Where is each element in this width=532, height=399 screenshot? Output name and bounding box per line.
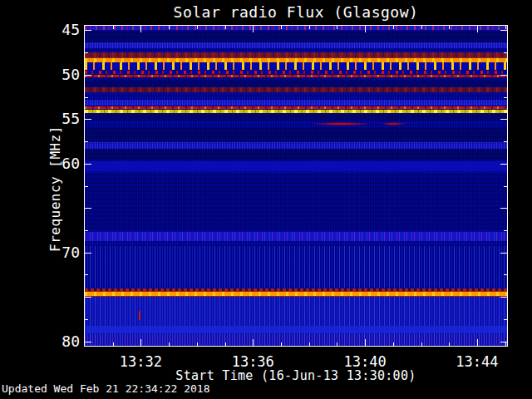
app-window: Solar radio Flux (Glasgow) Frequency [MH… <box>0 0 532 399</box>
x-tick-top <box>393 26 394 29</box>
band-46-7 <box>85 42 507 47</box>
speckle-band-58 <box>85 142 507 149</box>
y-tick-right <box>504 274 507 275</box>
rfi-spike-76-7 <box>139 311 140 320</box>
x-tick-top <box>505 26 506 29</box>
chart-title: Solar radio Flux (Glasgow) <box>84 3 508 21</box>
band-53-2 <box>85 100 507 106</box>
orange-line-48-3 <box>85 58 507 62</box>
y-tick-left <box>85 208 91 209</box>
shade-56-57 <box>85 127 507 141</box>
x-tick-top <box>477 26 478 32</box>
y-tick-left <box>85 297 91 298</box>
shade-45-46 <box>85 31 507 42</box>
y-tick-left <box>85 119 91 120</box>
y-tick-label: 60 <box>42 155 80 172</box>
y-tick-right <box>500 164 507 165</box>
y-tick-right <box>500 119 507 120</box>
x-tick-bottom <box>281 342 282 346</box>
burst-smear-blob <box>381 122 406 126</box>
y-tick-left <box>85 253 91 254</box>
x-tick-bottom <box>365 339 366 346</box>
y-tick-right <box>504 230 507 231</box>
y-tick-left <box>85 342 91 342</box>
x-tick-top <box>197 26 198 29</box>
y-tick-right <box>500 75 507 76</box>
red-line-50-2 <box>85 75 507 78</box>
y-tick-label: 45 <box>42 21 80 38</box>
x-tick-label: 13:32 <box>103 353 178 370</box>
y-tick-left <box>85 141 88 142</box>
maroon-dash-74-2 <box>85 288 507 291</box>
x-tick-bottom <box>505 342 506 346</box>
y-tick-right <box>500 297 507 298</box>
orange-line-74-6 <box>85 292 507 297</box>
x-tick-top <box>421 26 422 29</box>
y-tick-right <box>500 342 507 342</box>
x-tick-bottom <box>113 342 114 346</box>
grass-69-74 <box>85 246 507 288</box>
x-tick-bottom <box>169 342 170 346</box>
shade-61-67 <box>85 174 507 231</box>
x-tick-label: 13:36 <box>215 353 290 370</box>
burst-smear-main <box>309 122 374 126</box>
y-tick-right <box>504 52 507 53</box>
y-axis-title: Frequency [MHz] <box>47 126 63 252</box>
x-axis-title: Start Time (16-Jun-13 13:30:00) <box>84 368 508 383</box>
x-tick-top <box>253 26 254 32</box>
y-tick-left <box>85 52 88 53</box>
rfi-yellow-dashes <box>85 62 507 70</box>
soft-band-78-7 <box>85 326 507 333</box>
top-edge-speckle <box>85 26 507 30</box>
x-tick-top <box>449 26 450 29</box>
x-tick-top <box>281 26 282 29</box>
x-tick-top <box>113 26 114 29</box>
y-tick-left <box>85 97 88 98</box>
shade-54-55 <box>85 114 507 121</box>
speckle-band-68 <box>85 232 507 241</box>
x-tick-label: 13:40 <box>328 353 402 370</box>
y-tick-left <box>85 319 88 320</box>
y-tick-left <box>85 230 88 231</box>
y-tick-right <box>504 186 507 187</box>
y-tick-label: 70 <box>42 244 80 261</box>
maroon-band-47-8 <box>85 52 507 57</box>
y-tick-right <box>504 97 507 98</box>
spectrogram-plot <box>84 25 508 347</box>
x-tick-top <box>365 26 366 32</box>
maroon-band-51-7 <box>85 87 507 92</box>
rfi-red-dashes <box>85 71 507 75</box>
x-tick-top <box>140 26 141 32</box>
x-tick-bottom <box>393 342 394 346</box>
soft-band-60-3 <box>85 161 507 171</box>
y-tick-right <box>500 253 507 254</box>
x-tick-label: 13:44 <box>440 353 515 370</box>
shade-58-59 <box>85 150 507 160</box>
y-tick-right <box>500 208 507 209</box>
y-tick-left <box>85 30 91 31</box>
y-tick-left <box>85 274 88 275</box>
y-tick-left <box>85 186 88 187</box>
x-tick-bottom <box>253 339 254 346</box>
x-tick-bottom <box>309 342 310 346</box>
x-tick-top <box>309 26 310 29</box>
x-tick-bottom <box>225 342 226 346</box>
x-tick-top <box>169 26 170 29</box>
y-tick-label: 55 <box>42 110 80 127</box>
x-tick-bottom <box>477 339 478 346</box>
y-tick-left <box>85 75 91 76</box>
x-tick-bottom <box>421 342 422 346</box>
y-tick-left <box>85 164 91 165</box>
y-tick-label: 50 <box>42 66 80 83</box>
x-tick-bottom <box>140 339 141 346</box>
x-tick-bottom <box>449 342 450 346</box>
yellow-line-54-1 <box>85 110 507 113</box>
updated-timestamp: Updated Wed Feb 21 22:34:22 2018 <box>2 382 209 395</box>
y-tick-right <box>504 319 507 320</box>
y-tick-right <box>504 141 507 142</box>
shade-50-51 <box>85 80 507 87</box>
x-tick-bottom <box>197 342 198 346</box>
x-tick-bottom <box>337 342 337 346</box>
y-tick-right <box>500 30 507 31</box>
y-tick-label: 80 <box>42 332 80 350</box>
